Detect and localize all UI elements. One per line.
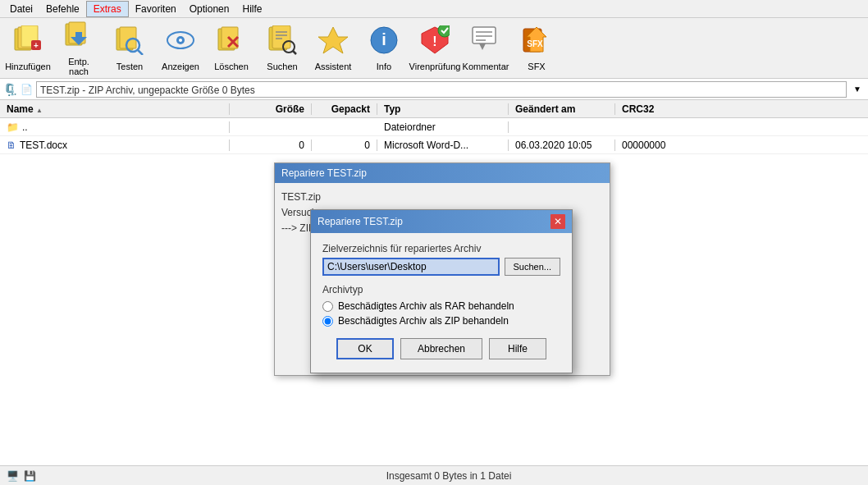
kommentar-label: Kommentar bbox=[463, 62, 509, 71]
svg-line-10 bbox=[138, 50, 143, 55]
assistent-icon bbox=[318, 25, 348, 59]
docx-icon: 🗎 bbox=[7, 140, 16, 151]
info-label: Info bbox=[377, 62, 391, 71]
suchen-label: Suchen bbox=[267, 62, 297, 71]
status-left: 🖥️ 💾 bbox=[7, 470, 36, 482]
svg-marker-25 bbox=[318, 27, 348, 53]
menu-hilfe[interactable]: Hilfe bbox=[235, 2, 268, 16]
zielverzeichnis-input[interactable] bbox=[322, 258, 500, 276]
radio-zip-row: Beschädigtes Archiv als ZIP behandeln bbox=[322, 315, 560, 327]
menu-extras[interactable]: Extras bbox=[86, 1, 129, 17]
testen-icon bbox=[115, 25, 144, 59]
anzeigen-label: Anzeigen bbox=[162, 62, 199, 71]
bg-dialog-line1: TEST.zip bbox=[281, 190, 603, 205]
row1-type: Microsoft Word-D... bbox=[377, 140, 509, 151]
radio-rar[interactable] bbox=[322, 301, 333, 312]
fg-dialog-title-bar: Repariere TEST.zip ✕ bbox=[311, 210, 572, 233]
browse-button[interactable]: Suchen... bbox=[505, 258, 560, 276]
bg-dialog-title-bar: Repariere TEST.zip bbox=[275, 163, 610, 183]
hilfe-button[interactable]: Hilfe bbox=[489, 338, 546, 359]
toolbar-info[interactable]: i Info bbox=[361, 23, 407, 74]
toolbar-anzeigen[interactable]: Anzeigen bbox=[158, 23, 203, 74]
suchen-icon bbox=[267, 25, 297, 59]
table-row[interactable]: 📁 .. Dateiordner bbox=[0, 118, 868, 136]
svg-text:i: i bbox=[381, 30, 386, 48]
menu-optionen[interactable]: Optionen bbox=[183, 2, 236, 16]
loeschen-icon bbox=[217, 25, 246, 59]
ok-button[interactable]: OK bbox=[336, 338, 394, 359]
testen-label: Testen bbox=[116, 62, 143, 71]
row1-size: 0 bbox=[230, 140, 312, 151]
toolbar-kommentar[interactable]: Kommentar bbox=[463, 23, 509, 74]
svg-text:!: ! bbox=[432, 34, 436, 48]
folder-up-icon: 📁 bbox=[7, 121, 19, 133]
menu-bar: Datei Befehle Extras Favoriten Optionen … bbox=[0, 0, 868, 18]
anzeigen-icon bbox=[166, 25, 195, 59]
toolbar-entnach[interactable]: Entp. nach bbox=[56, 23, 102, 74]
virenprufung-label: Virenprüfung bbox=[409, 62, 461, 71]
hinzufuegen-icon: + bbox=[13, 25, 43, 59]
radio-rar-row: Beschädigtes Archiv als RAR behandeln bbox=[322, 300, 560, 312]
svg-rect-19 bbox=[272, 25, 290, 48]
fg-repair-dialog: Repariere TEST.zip ✕ Zielverzeichnis für… bbox=[310, 209, 573, 373]
loeschen-label: Löschen bbox=[214, 62, 249, 71]
fg-dialog-title-text: Repariere TEST.zip bbox=[318, 216, 403, 227]
svg-point-13 bbox=[179, 39, 182, 42]
toolbar-sfx[interactable]: SFX SFX bbox=[514, 23, 560, 74]
row1-modified: 06.03.2020 10:05 bbox=[509, 140, 615, 151]
dialog-close-button[interactable]: ✕ bbox=[550, 214, 565, 229]
col-header-packed: Gepackt bbox=[312, 103, 377, 115]
toolbar: + Hinzufügen Entp. nach Testen bbox=[0, 18, 868, 79]
address-file-icon: 📄 bbox=[21, 84, 33, 95]
sfx-label: SFX bbox=[528, 62, 545, 71]
radio-zip[interactable] bbox=[322, 316, 333, 327]
svg-point-30 bbox=[438, 25, 450, 37]
svg-rect-31 bbox=[473, 27, 496, 43]
menu-befehle[interactable]: Befehle bbox=[39, 2, 86, 16]
info-icon: i bbox=[369, 25, 399, 59]
toolbar-assistent[interactable]: Assistent bbox=[310, 23, 356, 74]
virenprufung-icon: ! bbox=[420, 25, 450, 59]
bg-dialog-title-text: Repariere TEST.zip bbox=[281, 167, 367, 179]
col-header-name: Name ▲ bbox=[0, 103, 230, 115]
toolbar-virenprufung[interactable]: ! Virenprüfung bbox=[412, 23, 458, 74]
menu-datei[interactable]: Datei bbox=[3, 2, 39, 16]
zielverzeichnis-row: Suchen... bbox=[322, 258, 560, 276]
svg-text:SFX: SFX bbox=[527, 39, 543, 48]
archivtyp-label: Archivtyp bbox=[322, 284, 560, 295]
status-bar: 🖥️ 💾 Insgesamt 0 Bytes in 1 Datei bbox=[0, 465, 868, 485]
row1-crc: 00000000 bbox=[615, 140, 697, 151]
row1-name: 🗎 TEST.docx bbox=[0, 140, 230, 151]
row0-type: Dateiordner bbox=[377, 121, 509, 133]
row1-packed: 0 bbox=[312, 140, 377, 151]
hinzufuegen-label: Hinzufügen bbox=[5, 62, 51, 71]
zielverzeichnis-label: Zielverzeichnis für repariertes Archiv bbox=[322, 243, 560, 254]
address-dropdown-btn[interactable]: ▼ bbox=[850, 83, 865, 95]
sfx-icon: SFX bbox=[522, 25, 551, 59]
radio-rar-label[interactable]: Beschädigtes Archiv als RAR behandeln bbox=[338, 300, 514, 312]
col-header-size: Größe bbox=[230, 103, 312, 115]
row0-name: 📁 .. bbox=[0, 121, 230, 133]
entnach-icon bbox=[64, 21, 94, 54]
address-path: TEST.zip - ZIP Archiv, ungepackte Größe … bbox=[36, 81, 847, 98]
svg-text:+: + bbox=[34, 41, 39, 50]
toolbar-hinzufuegen[interactable]: + Hinzufügen bbox=[5, 23, 51, 74]
svg-line-24 bbox=[293, 51, 296, 54]
toolbar-suchen[interactable]: Suchen bbox=[259, 23, 305, 74]
col-header-modified: Geändert am bbox=[509, 103, 615, 115]
kommentar-icon bbox=[471, 25, 500, 59]
radio-zip-label[interactable]: Beschädigtes Archiv als ZIP behandeln bbox=[338, 315, 509, 327]
dialog-buttons: OK Abbrechen Hilfe bbox=[322, 338, 560, 363]
table-row[interactable]: 🗎 TEST.docx 0 0 Microsoft Word-D... 06.0… bbox=[0, 136, 868, 154]
svg-marker-35 bbox=[479, 43, 486, 50]
status-drive-icon: 💾 bbox=[24, 470, 36, 482]
status-text: Insgesamt 0 Bytes in 1 Datei bbox=[36, 470, 861, 482]
assistent-label: Assistent bbox=[315, 62, 352, 71]
toolbar-loeschen[interactable]: Löschen bbox=[208, 23, 254, 74]
toolbar-testen[interactable]: Testen bbox=[107, 23, 153, 74]
status-pc-icon: 🖥️ bbox=[7, 470, 19, 482]
menu-favoriten[interactable]: Favoriten bbox=[129, 2, 183, 16]
address-bar: 🗜️ 📄 TEST.zip - ZIP Archiv, ungepackte G… bbox=[0, 79, 868, 100]
abbrechen-button[interactable]: Abbrechen bbox=[400, 338, 482, 359]
dialog-body: Zielverzeichnis für repariertes Archiv S… bbox=[311, 233, 572, 373]
